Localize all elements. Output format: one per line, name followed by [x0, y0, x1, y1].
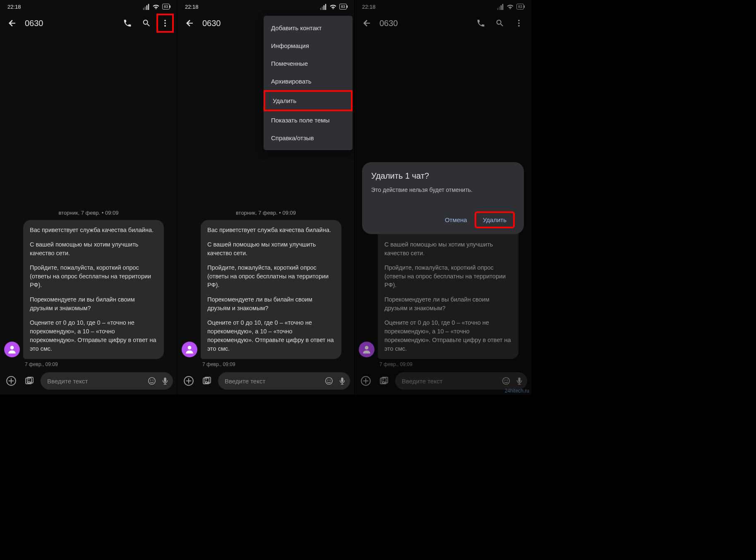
- panel-step3: 22:18 83 0630 вторник, 7 февр. • 09:09 В…: [354, 0, 531, 395]
- msg-p5: Оцените от 0 до 10, где 0 – «точно не по…: [207, 318, 335, 353]
- status-indicators: 83: [142, 3, 170, 10]
- app-bar: 0630: [0, 12, 177, 35]
- message-bubble[interactable]: Вас приветствует служба качества билайна…: [23, 220, 164, 359]
- panel-step2: 22:18 83 0630 Добавить контакт Информаци…: [177, 0, 354, 395]
- message-row: Вас приветствует служба качества билайна…: [178, 220, 354, 369]
- gallery-icon: [24, 376, 34, 386]
- sender-avatar[interactable]: [4, 342, 20, 357]
- battery-indicator: 83: [162, 4, 170, 10]
- back-button[interactable]: [181, 14, 199, 32]
- overflow-menu: Добавить контакт Информация Помеченные А…: [264, 16, 353, 150]
- message-thread: вторник, 7 февр. • 09:09 Вас приветствуе…: [0, 207, 177, 369]
- wifi-icon: [329, 3, 337, 10]
- compose-input[interactable]: Введите текст: [218, 372, 350, 390]
- more-button-highlighted[interactable]: [156, 14, 174, 33]
- person-icon: [7, 344, 17, 355]
- person-icon: [184, 344, 195, 355]
- msg-p1: Вас приветствует служба качества билайна…: [207, 226, 335, 235]
- mic-icon[interactable]: [338, 376, 347, 385]
- attach-button[interactable]: [4, 374, 18, 388]
- message-thread: вторник, 7 февр. • 09:09 Вас приветствуе…: [178, 207, 354, 369]
- status-indicators: 83: [319, 3, 347, 10]
- msg-p5: Оцените от 0 до 10, где 0 – «точно не по…: [30, 318, 157, 353]
- wifi-icon: [152, 3, 160, 10]
- search-icon: [142, 19, 151, 28]
- emoji-icon[interactable]: [324, 376, 334, 385]
- dialog-confirm-button-highlighted[interactable]: Удалить: [475, 211, 515, 228]
- message-time: 7 февр., 09:09: [201, 359, 350, 367]
- search-button[interactable]: [137, 14, 156, 32]
- battery-indicator: 83: [339, 4, 347, 10]
- gallery-button[interactable]: [22, 374, 36, 388]
- gallery-button[interactable]: [200, 374, 214, 388]
- dialog-message: Это действие нельзя будет отменить.: [371, 187, 515, 193]
- msg-p2: С вашей помощью мы хотим улучшить качест…: [207, 240, 335, 258]
- msg-p1: Вас приветствует служба качества билайна…: [30, 226, 157, 235]
- message-bubble[interactable]: Вас приветствует служба качества билайна…: [201, 220, 341, 359]
- emoji-icon[interactable]: [147, 376, 156, 385]
- date-divider: вторник, 7 февр. • 09:09: [178, 207, 354, 220]
- msg-p2: С вашей помощью мы хотим улучшить качест…: [30, 240, 157, 258]
- menu-add-contact[interactable]: Добавить контакт: [264, 19, 353, 37]
- menu-archive[interactable]: Архивировать: [264, 72, 353, 90]
- date-divider: вторник, 7 февр. • 09:09: [0, 207, 177, 220]
- plus-icon: [6, 376, 17, 386]
- plus-icon: [183, 376, 194, 386]
- signal-icon: [142, 3, 150, 10]
- sender-avatar[interactable]: [182, 342, 197, 357]
- menu-delete-highlighted[interactable]: Удалить: [264, 90, 353, 111]
- back-icon: [7, 18, 17, 28]
- menu-show-subject[interactable]: Показать поле темы: [264, 111, 353, 129]
- message-row: Вас приветствует служба качества билайна…: [0, 220, 177, 369]
- compose-bar: Введите текст: [178, 370, 354, 395]
- dialog-actions: Отмена Удалить: [371, 211, 515, 228]
- msg-p4: Порекомендуете ли вы билайн своим друзья…: [207, 295, 335, 313]
- compose-placeholder: Введите текст: [225, 378, 324, 385]
- call-button[interactable]: [118, 14, 137, 32]
- attach-button[interactable]: [182, 374, 196, 388]
- message-time: 7 февр., 09:09: [23, 359, 173, 367]
- panel-step1: 22:18 83 0630 вторник, 7 февр. • 09:09 В…: [0, 0, 177, 395]
- msg-p3: Пройдите, пожалуйста, короткий опрос (от…: [207, 263, 335, 290]
- menu-help[interactable]: Справка/отзыв: [264, 129, 353, 147]
- conversation-title[interactable]: 0630: [22, 19, 118, 28]
- signal-icon: [319, 3, 327, 10]
- status-bar: 22:18 83: [178, 0, 354, 12]
- phone-icon: [123, 19, 132, 28]
- back-icon: [185, 18, 195, 28]
- menu-starred[interactable]: Помеченные: [264, 55, 353, 72]
- back-button[interactable]: [3, 14, 22, 32]
- gallery-icon: [202, 376, 212, 386]
- status-time: 22:18: [7, 4, 21, 10]
- status-bar: 22:18 83: [0, 0, 177, 12]
- status-time: 22:18: [185, 4, 199, 10]
- compose-bar: Введите текст: [0, 370, 177, 395]
- msg-p4: Порекомендуете ли вы билайн своим друзья…: [30, 295, 157, 313]
- more-icon: [161, 19, 170, 28]
- compose-input[interactable]: Введите текст: [41, 372, 173, 390]
- mic-icon[interactable]: [161, 376, 170, 385]
- msg-p3: Пройдите, пожалуйста, короткий опрос (от…: [30, 263, 157, 290]
- menu-info[interactable]: Информация: [264, 37, 353, 55]
- dialog-title: Удалить 1 чат?: [371, 171, 515, 181]
- dialog-cancel-button[interactable]: Отмена: [439, 212, 473, 227]
- delete-dialog: Удалить 1 чат? Это действие нельзя будет…: [362, 162, 524, 234]
- watermark: 24hitech.ru: [505, 388, 529, 394]
- compose-placeholder: Введите текст: [47, 378, 147, 385]
